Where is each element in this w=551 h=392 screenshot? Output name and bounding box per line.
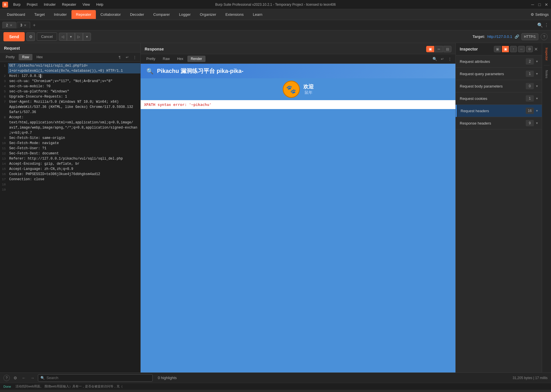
help-button[interactable]: ? xyxy=(541,33,548,40)
tab-close-2[interactable]: ✕ xyxy=(10,24,12,27)
status-done: Done xyxy=(3,385,11,388)
target-link-icon[interactable]: 🔗 xyxy=(515,34,519,39)
side-tab-notes[interactable]: Notes xyxy=(543,68,550,81)
response-size: 31,205 bytes | 17 millis xyxy=(513,376,548,380)
send-options-button[interactable]: ⚙ xyxy=(26,32,35,41)
side-tab-divider xyxy=(544,65,550,65)
status-text: 活动找到web用面。 围绕web用面输入）具有一，是否会被提前访问等，充（ xyxy=(15,384,123,389)
repeater-tab-3[interactable]: 3 ✕ xyxy=(17,22,30,28)
send-button[interactable]: Send xyxy=(3,32,25,41)
request-body[interactable]: 1 GET /pikachu/vul/sqli/sqli_del.php?id=… xyxy=(0,62,140,372)
cancel-button[interactable]: Cancel xyxy=(37,32,57,41)
nav-tab-organizer[interactable]: Organizer xyxy=(195,10,221,19)
menu-view[interactable]: View xyxy=(79,1,93,8)
nav-tab-intruder[interactable]: Intruder xyxy=(49,10,71,19)
add-tab-button[interactable]: + xyxy=(31,22,38,29)
request-format-tabs: Pretty Raw Hex ¶ ↵ ⋮ xyxy=(0,53,140,62)
inspector-view-1[interactable]: ▣ xyxy=(494,46,501,52)
inspector-panel: Inspector ▣ ▣ ↑ ↔ ⚙ ✕ Request attributes… xyxy=(456,43,542,372)
search-input[interactable] xyxy=(46,376,150,380)
nav-tab-logger[interactable]: Logger xyxy=(174,10,195,19)
menu-burp[interactable]: Burp xyxy=(10,1,23,8)
response-more-icon[interactable]: ⋮ xyxy=(446,55,453,62)
maximize-button[interactable]: □ xyxy=(537,2,542,7)
response-title: Response xyxy=(145,47,164,51)
nav-tab-comparer[interactable]: Comparer xyxy=(149,10,174,19)
nav-tab-learn[interactable]: Learn xyxy=(248,10,267,19)
tab-menu-icon[interactable]: ⋮ xyxy=(544,22,549,28)
code-line-7: 7 User-Agent: Mozilla/5.0 (Windows NT 10… xyxy=(0,99,140,115)
response-search-icon[interactable]: 🔍 xyxy=(431,55,438,62)
forward-arrow[interactable]: ▷ xyxy=(75,33,83,41)
app-title: Burp Suite Professional v2023.10.2.1 - T… xyxy=(215,3,336,7)
inspector-sort-icon[interactable]: ↑ xyxy=(510,46,517,52)
repeater-tab-2[interactable]: 2 ✕ xyxy=(2,22,16,28)
inspector-close-button[interactable]: ✕ xyxy=(534,46,538,52)
code-line-1: 1 GET /pikachu/vul/sqli/sqli_del.php?id=… xyxy=(0,63,140,73)
search-icon: 🔍 xyxy=(40,376,45,380)
banner-title: Pikachu 漏洞练习平台 pika-pika- xyxy=(157,67,243,75)
inspector-row-resp-headers[interactable]: Response headers 9 ▾ xyxy=(456,117,542,129)
main-content: Request Pretty Raw Hex ¶ ↵ ⋮ 1 GET /pika… xyxy=(0,43,551,372)
inspector-row-query-params[interactable]: Request query parameters 1 ▾ xyxy=(456,68,542,80)
render-content: 🔍 Pikachu 漏洞练习平台 pika-pika- 🐾 欢迎 鼠年 XPAT… xyxy=(141,64,455,372)
minimize-button[interactable]: ─ xyxy=(530,2,535,7)
menu-intruder[interactable]: Intruder xyxy=(41,1,59,8)
repeater-toolbar: Send ⚙ Cancel ◁ ▾ ▷ ▾ Target: http://127… xyxy=(0,30,551,43)
inspector-row-req-headers[interactable]: Request headers 16 ▾ xyxy=(456,105,542,117)
request-pretty-print-icon[interactable]: ¶ xyxy=(116,54,123,61)
view-split-btn[interactable]: ▣ xyxy=(426,46,434,52)
inspector-req-headers-count: 16 xyxy=(526,108,534,114)
back-arrow[interactable]: ◁ xyxy=(59,33,67,41)
bottom-forward-button[interactable]: → xyxy=(29,375,36,381)
code-line-9: 9 Sec-Fetch-Site: same-origin xyxy=(0,135,140,141)
request-tab-raw[interactable]: Raw xyxy=(19,54,32,60)
nav-tab-repeater[interactable]: Repeater xyxy=(71,10,96,19)
inspector-row-body-params[interactable]: Request body parameters 0 ▾ xyxy=(456,80,542,92)
inspector-header: Inspector ▣ ▣ ↑ ↔ ⚙ ✕ xyxy=(456,43,542,55)
request-more-icon[interactable]: ⋮ xyxy=(131,54,138,61)
highlights-button[interactable]: 0 highlights xyxy=(155,374,180,381)
bottom-settings-button[interactable]: ⚙ xyxy=(12,375,18,381)
view-horizontal-btn[interactable]: ═ xyxy=(435,46,443,52)
settings-button[interactable]: ⚙ Settings xyxy=(531,12,549,17)
tab-close-3[interactable]: ✕ xyxy=(24,24,26,27)
request-tab-pretty[interactable]: Pretty xyxy=(2,54,18,60)
response-wrap-icon[interactable]: ↵ xyxy=(439,55,446,62)
pokemon-area: 🐾 欢迎 鼠年 xyxy=(141,78,455,100)
inspector-row-cookies[interactable]: Request cookies 1 ▾ xyxy=(456,92,542,105)
request-tab-hex[interactable]: Hex xyxy=(33,54,46,60)
response-tab-hex[interactable]: Hex xyxy=(174,56,187,62)
menu-repeater[interactable]: Repeater xyxy=(59,1,79,8)
nav-tab-dashboard[interactable]: Dashboard xyxy=(2,10,30,19)
bottom-back-button[interactable]: ← xyxy=(21,375,27,381)
inspector-row-attributes[interactable]: Request attributes 2 ▾ xyxy=(456,55,542,68)
nav-tab-target[interactable]: Target xyxy=(30,10,49,19)
view-vertical-btn[interactable]: ▤ xyxy=(443,46,451,52)
response-tab-render[interactable]: Render xyxy=(187,56,205,62)
response-tab-raw[interactable]: Raw xyxy=(159,56,173,62)
nav-tab-extensions[interactable]: Extensions xyxy=(221,10,248,19)
tab-search-icon[interactable]: 🔍 xyxy=(537,22,543,28)
menu-project[interactable]: Project xyxy=(24,1,40,8)
response-tab-pretty[interactable]: Pretty xyxy=(143,56,159,62)
pokemon-emoji: 🐾 xyxy=(286,85,296,94)
bottom-help-button[interactable]: ? xyxy=(3,375,10,381)
close-button[interactable]: ✕ xyxy=(544,2,549,7)
menu-help[interactable]: Help xyxy=(93,1,106,8)
code-line-2: 2 Host: 127.0.0.1| xyxy=(0,73,140,79)
http-version-selector[interactable]: HTTP/1 xyxy=(521,33,538,40)
side-tab-inspector[interactable]: Inspector xyxy=(543,45,550,63)
request-wrap-icon[interactable]: ↵ xyxy=(124,54,131,61)
inspector-settings-icon[interactable]: ⚙ xyxy=(526,46,533,52)
inspector-expand-icon[interactable]: ↔ xyxy=(518,46,525,52)
nav-tab-decoder[interactable]: Decoder xyxy=(125,10,149,19)
code-line-17: 17 Connection: close xyxy=(0,177,140,182)
inspector-title: Inspector xyxy=(460,47,478,51)
title-bar-left: B Burp Project Intruder Repeater View He… xyxy=(2,1,106,8)
inspector-view-2[interactable]: ▣ xyxy=(502,46,509,52)
title-bar: B Burp Project Intruder Repeater View He… xyxy=(0,0,551,9)
back-dropdown[interactable]: ▾ xyxy=(67,33,75,41)
nav-tab-collaborator[interactable]: Collaborator xyxy=(96,10,125,19)
forward-dropdown[interactable]: ▾ xyxy=(83,33,91,41)
